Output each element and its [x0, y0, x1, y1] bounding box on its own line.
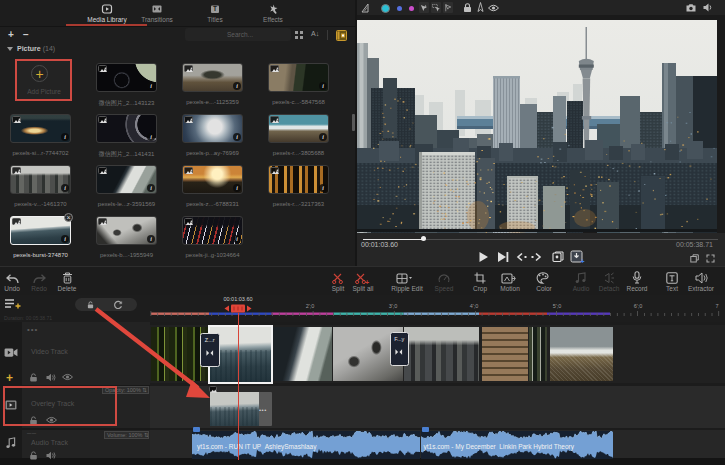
svg-text:3';0: 3';0 [389, 303, 398, 309]
svg-text:6';0: 6';0 [634, 303, 643, 309]
svg-text:+: + [581, 258, 585, 265]
svg-text:5';0: 5';0 [553, 303, 562, 309]
svg-text:7: 7 [715, 303, 718, 309]
svg-text:T: T [213, 5, 217, 12]
svg-text:4';0: 4';0 [470, 303, 479, 309]
svg-text:2';0: 2';0 [306, 303, 315, 309]
